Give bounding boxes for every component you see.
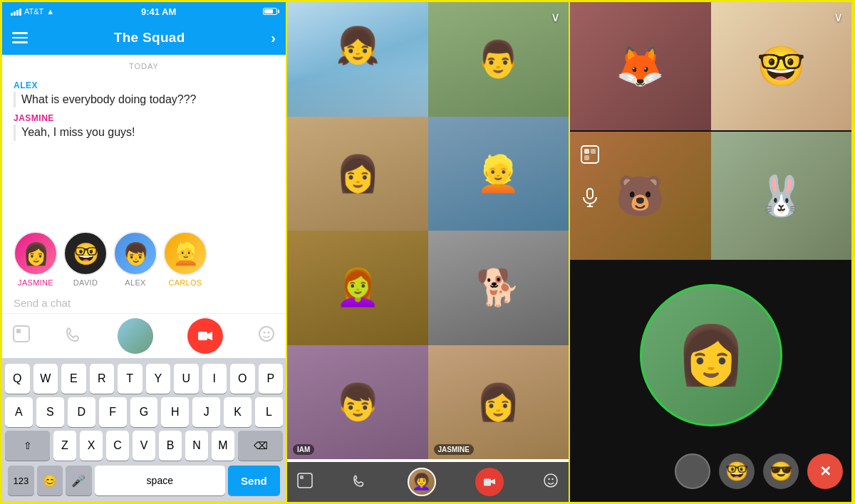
key-space[interactable]: space: [95, 466, 225, 495]
key-w[interactable]: W: [33, 364, 58, 394]
avatar-name-alex: ALEX: [125, 278, 145, 287]
panel2-phone-icon[interactable]: [352, 473, 368, 492]
sticker-icon[interactable]: [12, 325, 31, 347]
battery-fill: [264, 9, 273, 14]
message-text-alex: What is everybody doing today???: [14, 92, 274, 107]
key-g[interactable]: G: [130, 397, 158, 427]
keyboard-row-4: 123 😊 🎤 space Send: [5, 464, 283, 500]
svg-rect-13: [584, 149, 589, 154]
phone-icon[interactable]: [65, 325, 83, 347]
nav-forward-icon[interactable]: ›: [271, 30, 276, 46]
message-author-alex: ALEX: [14, 80, 274, 90]
hamburger-line: [12, 32, 28, 34]
avatar-jasmine[interactable]: 👩 JASMINE: [14, 231, 58, 287]
key-num[interactable]: 123: [8, 466, 34, 495]
panel2-video-button[interactable]: [475, 468, 504, 496]
hamburger-line: [12, 41, 28, 43]
svg-point-3: [259, 327, 274, 341]
avatar-alex[interactable]: 👦 ALEX: [113, 231, 157, 287]
panel2-chevron-icon[interactable]: ∨: [551, 9, 560, 25]
status-bar-right: [263, 8, 277, 15]
panel3-emoji-face-icon[interactable]: 🤓: [719, 453, 755, 489]
avatar-name-david: DAVID: [73, 278, 98, 287]
battery-icon: [263, 8, 277, 15]
key-e[interactable]: E: [61, 364, 86, 394]
keyboard-row-1: Q W E R T Y U I O P: [5, 364, 283, 394]
key-u[interactable]: U: [174, 364, 199, 394]
key-y[interactable]: Y: [146, 364, 171, 394]
video-cell-1: 👧: [287, 2, 428, 117]
key-j[interactable]: J: [192, 397, 220, 427]
avatar-circle-jasmine: 👩: [14, 231, 58, 275]
key-send[interactable]: Send: [228, 466, 280, 495]
key-a[interactable]: A: [5, 397, 33, 427]
video-label-iam: IAM: [293, 444, 314, 455]
key-t[interactable]: T: [118, 364, 142, 394]
avatar-name-jasmine: JASMINE: [18, 278, 53, 287]
svg-point-11: [551, 478, 553, 479]
video-cell-3: 👩: [287, 117, 428, 231]
key-q[interactable]: Q: [5, 364, 30, 394]
svg-rect-0: [14, 326, 29, 342]
key-n[interactable]: N: [185, 431, 208, 461]
svg-rect-1: [16, 329, 21, 333]
panel3-cell-4: 🐰: [711, 132, 852, 260]
video-call-button[interactable]: [187, 318, 223, 354]
video-cell-8: 👩 JASMINE: [428, 345, 569, 460]
panel3-sunglasses-icon[interactable]: 😎: [763, 453, 799, 489]
panel2-self-avatar[interactable]: 👩‍🦱: [408, 468, 436, 496]
key-x[interactable]: X: [80, 431, 103, 461]
avatar-david[interactable]: 🤓 DAVID: [63, 231, 108, 287]
panel3-close-button[interactable]: ✕: [807, 453, 843, 489]
keyboard-row-3: ⇧ Z X C V B N M ⌫: [5, 431, 283, 461]
key-m[interactable]: M: [212, 431, 234, 461]
video-cell-5: 👩‍🦰: [287, 231, 428, 345]
panel2-sticker-icon[interactable]: [297, 473, 313, 492]
avatar-circle-david: 🤓: [63, 231, 108, 275]
signal-bars: [11, 7, 21, 16]
message-text-jasmine: Yeah, I miss you guys!: [14, 125, 274, 140]
video-cell-4: 👱: [428, 117, 569, 231]
wifi-icon: ▲: [46, 7, 54, 16]
panel3-bottom-icons: 🤓 😎 ✕: [675, 453, 843, 489]
svg-point-5: [268, 332, 270, 334]
panel3-chevron-icon[interactable]: ∨: [834, 9, 843, 25]
key-p[interactable]: P: [259, 364, 284, 394]
video-cell-7: 👦 IAM: [287, 345, 428, 460]
avatar-row: 👩 JASMINE 🤓 DAVID 👦 ALEX 👱 CARLOS: [2, 223, 286, 293]
key-l[interactable]: L: [255, 397, 283, 427]
avatar-emoji-jasmine: 👩: [23, 241, 49, 266]
video-cell-6: 🐕: [428, 231, 569, 345]
key-backspace[interactable]: ⌫: [238, 431, 283, 461]
signal-bar-4: [19, 9, 21, 16]
key-k[interactable]: K: [224, 397, 252, 427]
nav-bar: The Squad ›: [2, 21, 286, 55]
menu-button[interactable]: [12, 32, 28, 43]
key-f[interactable]: F: [99, 397, 127, 427]
emoji-button[interactable]: [257, 325, 276, 347]
key-d[interactable]: D: [68, 397, 95, 427]
key-z[interactable]: Z: [53, 431, 76, 461]
panel2-emoji-icon[interactable]: [543, 473, 559, 492]
avatar-emoji-alex: 👦: [123, 241, 149, 266]
panel3-mic-ctrl[interactable]: [580, 187, 600, 210]
panel3-filter-icon[interactable]: [675, 453, 710, 489]
key-emoji[interactable]: 😊: [37, 466, 63, 495]
panel3-sticker-ctrl[interactable]: [580, 145, 600, 167]
key-c[interactable]: C: [106, 431, 129, 461]
key-v[interactable]: V: [133, 431, 155, 461]
chat-panel: AT&T ▲ 9:41 AM The Squad › TODAY ALEX Wh…: [2, 2, 287, 504]
key-o[interactable]: O: [230, 364, 255, 394]
avatar-carlos[interactable]: 👱 CARLOS: [163, 231, 207, 287]
key-h[interactable]: H: [161, 397, 189, 427]
key-r[interactable]: R: [90, 364, 115, 394]
avatar-circle-carlos: 👱: [163, 231, 207, 275]
camera-preview[interactable]: [118, 318, 153, 354]
key-s[interactable]: S: [36, 397, 64, 427]
key-shift[interactable]: ⇧: [5, 431, 50, 461]
key-i[interactable]: I: [202, 364, 227, 394]
message-author-jasmine: JASMINE: [14, 113, 274, 123]
video-label-jasmine: JASMINE: [434, 444, 474, 455]
key-mic[interactable]: 🎤: [66, 466, 92, 495]
key-b[interactable]: B: [159, 431, 182, 461]
